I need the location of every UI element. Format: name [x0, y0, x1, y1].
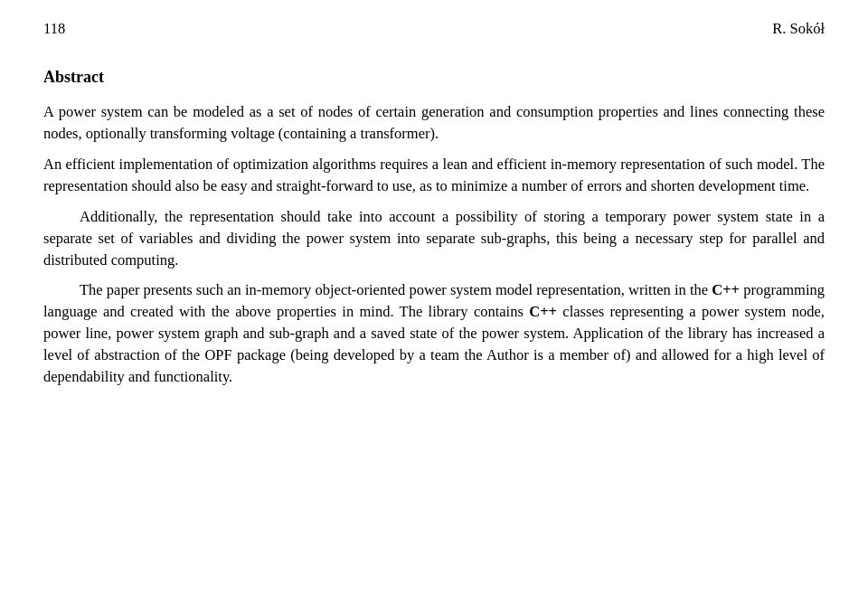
section-title: Abstract [43, 65, 825, 89]
with-text: with [179, 303, 205, 320]
paragraph-1: A power system can be modeled as a set o… [43, 101, 825, 145]
cpp-inline-text: C++ [712, 281, 740, 298]
should-text: should [132, 177, 172, 194]
written-text: written [628, 281, 671, 298]
author-name: R. Sokół [772, 18, 825, 40]
cpp-classes-text: C++ [529, 303, 557, 320]
in-the-text: in the [675, 281, 708, 298]
the-text: The [80, 281, 103, 298]
page-header: 118 R. Sokół [43, 18, 825, 40]
page-number: 118 [43, 18, 65, 40]
paragraph-3: Additionally, the representation should … [43, 206, 825, 271]
paragraph-4: The paper presents such an in-memory obj… [43, 279, 825, 388]
the-above-text: the [212, 303, 230, 320]
paragraph-2: An efficient implementation of optimizat… [43, 154, 825, 197]
the-library-text: The library [400, 303, 468, 320]
